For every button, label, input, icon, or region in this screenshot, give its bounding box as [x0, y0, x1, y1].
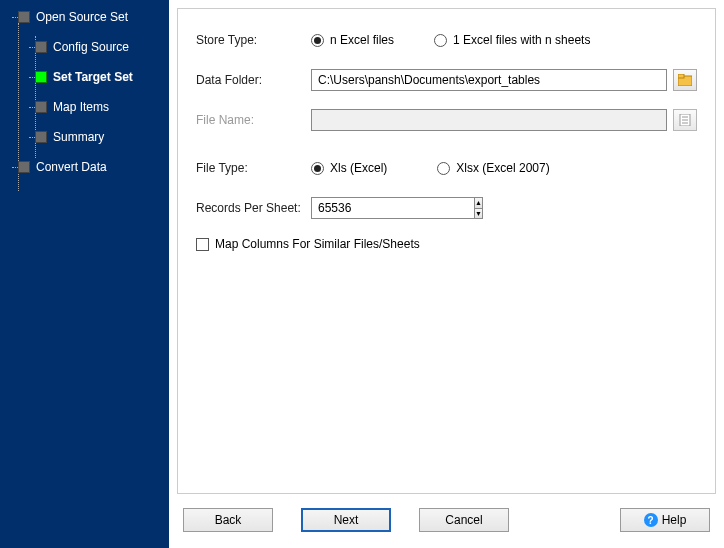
button-label: Next [334, 513, 359, 527]
svg-rect-1 [678, 74, 684, 78]
back-button[interactable]: Back [183, 508, 273, 532]
radio-label: Xlsx (Excel 2007) [456, 161, 549, 175]
step-box-icon [35, 101, 47, 113]
step-label: Open Source Set [36, 10, 128, 24]
browse-folder-button[interactable] [673, 69, 697, 91]
wizard-sidebar: Open Source Set Config Source Set Target… [0, 0, 169, 548]
folder-icon [678, 74, 692, 86]
file-type-row: File Type: Xls (Excel) Xlsx (Excel 2007) [196, 157, 697, 179]
store-type-row: Store Type: n Excel files 1 Excel files … [196, 29, 697, 51]
map-columns-checkbox[interactable] [196, 238, 209, 251]
file-type-label: File Type: [196, 161, 311, 175]
records-per-sheet-row: Records Per Sheet: ▲ ▼ [196, 197, 697, 219]
store-type-label: Store Type: [196, 33, 311, 47]
records-per-sheet-label: Records Per Sheet: [196, 201, 311, 215]
radio-n-excel-files[interactable]: n Excel files [311, 33, 394, 47]
radio-dot-icon [434, 34, 447, 47]
radio-dot-icon [311, 162, 324, 175]
step-map-items[interactable]: Map Items [12, 97, 169, 117]
file-name-row: File Name: [196, 109, 697, 131]
radio-one-excel-file[interactable]: 1 Excel files with n sheets [434, 33, 590, 47]
step-box-icon [35, 41, 47, 53]
radio-xls[interactable]: Xls (Excel) [311, 161, 387, 175]
document-icon [679, 114, 691, 126]
data-folder-input[interactable] [311, 69, 667, 91]
file-name-label: File Name: [196, 113, 311, 127]
step-box-icon [35, 71, 47, 83]
radio-label: n Excel files [330, 33, 394, 47]
map-columns-label: Map Columns For Similar Files/Sheets [215, 237, 420, 251]
wizard-footer: Back Next Cancel ? Help [169, 502, 724, 548]
button-label: Back [215, 513, 242, 527]
radio-label: 1 Excel files with n sheets [453, 33, 590, 47]
step-label: Config Source [53, 40, 129, 54]
step-box-icon [18, 11, 30, 23]
map-columns-row: Map Columns For Similar Files/Sheets [196, 237, 697, 251]
step-label: Set Target Set [53, 70, 133, 84]
store-type-radios: n Excel files 1 Excel files with n sheet… [311, 33, 590, 47]
radio-dot-icon [311, 34, 324, 47]
help-button[interactable]: ? Help [620, 508, 710, 532]
wizard-steps-tree: Open Source Set Config Source Set Target… [12, 7, 169, 177]
step-label: Map Items [53, 100, 109, 114]
button-label: Cancel [445, 513, 482, 527]
step-set-target-set[interactable]: Set Target Set [12, 67, 169, 87]
step-label: Convert Data [36, 160, 107, 174]
radio-label: Xls (Excel) [330, 161, 387, 175]
target-set-form: Store Type: n Excel files 1 Excel files … [177, 8, 716, 494]
step-convert-data[interactable]: Convert Data [12, 157, 169, 177]
next-button[interactable]: Next [301, 508, 391, 532]
file-name-aux-button [673, 109, 697, 131]
step-open-source-set[interactable]: Open Source Set [12, 7, 169, 27]
main-area: Store Type: n Excel files 1 Excel files … [169, 0, 724, 548]
radio-xlsx[interactable]: Xlsx (Excel 2007) [437, 161, 549, 175]
step-box-icon [35, 131, 47, 143]
step-label: Summary [53, 130, 104, 144]
app-root: Open Source Set Config Source Set Target… [0, 0, 724, 548]
step-summary[interactable]: Summary [12, 127, 169, 147]
cancel-button[interactable]: Cancel [419, 508, 509, 532]
step-config-source[interactable]: Config Source [12, 37, 169, 57]
radio-dot-icon [437, 162, 450, 175]
button-label: Help [662, 513, 687, 527]
file-name-input [311, 109, 667, 131]
step-box-icon [18, 161, 30, 173]
data-folder-label: Data Folder: [196, 73, 311, 87]
data-folder-row: Data Folder: [196, 69, 697, 91]
help-icon: ? [644, 513, 658, 527]
records-per-sheet-spinner: ▲ ▼ [311, 197, 441, 219]
spinner-down-button[interactable]: ▼ [475, 209, 482, 219]
spinner-up-button[interactable]: ▲ [475, 198, 482, 209]
file-type-radios: Xls (Excel) Xlsx (Excel 2007) [311, 161, 550, 175]
records-per-sheet-input[interactable] [311, 197, 474, 219]
